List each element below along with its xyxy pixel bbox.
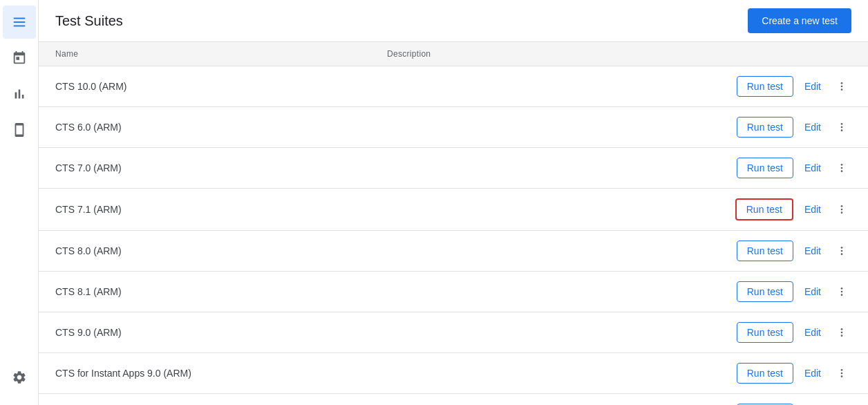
svg-point-12 bbox=[841, 205, 843, 207]
more-options-button[interactable] bbox=[832, 158, 851, 178]
sidebar-item-settings[interactable] bbox=[3, 361, 36, 394]
main-content: Test Suites Create a new test Name Descr… bbox=[39, 0, 868, 405]
svg-point-7 bbox=[841, 126, 843, 129]
more-vert-icon bbox=[836, 326, 847, 339]
svg-point-10 bbox=[841, 167, 843, 169]
column-header-name: Name bbox=[39, 42, 370, 66]
table-row: NOOPRun testEdit bbox=[39, 394, 868, 406]
cell-description bbox=[370, 107, 719, 148]
svg-point-21 bbox=[841, 328, 843, 330]
run-test-button[interactable]: Run test bbox=[735, 198, 793, 220]
more-options-button[interactable] bbox=[832, 77, 851, 96]
more-options-button[interactable] bbox=[832, 282, 851, 301]
action-buttons: Run testEdit bbox=[735, 117, 851, 138]
svg-point-8 bbox=[841, 129, 843, 131]
run-test-button[interactable]: Run test bbox=[737, 322, 793, 343]
edit-button[interactable]: Edit bbox=[799, 364, 827, 383]
svg-rect-0 bbox=[13, 18, 25, 19]
test-suites-table: Name Description CTS 10.0 (ARM)Run testE… bbox=[39, 42, 868, 405]
edit-button[interactable]: Edit bbox=[799, 117, 827, 137]
table-row: CTS 7.0 (ARM)Run testEdit bbox=[39, 148, 868, 189]
more-vert-icon bbox=[836, 367, 847, 379]
more-options-button[interactable] bbox=[832, 241, 851, 261]
more-options-button[interactable] bbox=[832, 364, 851, 383]
run-test-button[interactable]: Run test bbox=[737, 117, 793, 138]
phone-icon bbox=[12, 122, 27, 138]
run-test-button[interactable]: Run test bbox=[737, 158, 793, 178]
cell-actions: Run testEdit bbox=[719, 66, 868, 107]
more-vert-icon bbox=[836, 285, 847, 298]
cell-description bbox=[370, 66, 719, 107]
edit-button[interactable]: Edit bbox=[799, 200, 827, 219]
action-buttons: Run testEdit bbox=[735, 322, 851, 343]
cell-name: CTS 8.0 (ARM) bbox=[39, 231, 370, 272]
cell-name: CTS 10.0 (ARM) bbox=[39, 66, 370, 107]
cell-actions: Run testEdit bbox=[719, 231, 868, 272]
svg-point-18 bbox=[841, 288, 843, 290]
run-test-button[interactable]: Run test bbox=[737, 363, 793, 384]
more-vert-icon bbox=[836, 121, 847, 133]
more-options-button[interactable] bbox=[832, 200, 851, 219]
run-test-button[interactable]: Run test bbox=[737, 76, 793, 97]
cell-name: CTS 9.0 (ARM) bbox=[39, 312, 370, 353]
more-vert-icon bbox=[836, 80, 847, 93]
cell-name: CTS 6.0 (ARM) bbox=[39, 107, 370, 148]
action-buttons: Run testEdit bbox=[735, 76, 851, 97]
svg-point-3 bbox=[841, 82, 843, 84]
svg-point-26 bbox=[841, 375, 843, 377]
bar-chart-icon bbox=[12, 86, 27, 102]
more-options-button[interactable] bbox=[832, 323, 851, 342]
edit-button[interactable]: Edit bbox=[799, 323, 827, 342]
cell-actions: Run testEdit bbox=[719, 272, 868, 312]
edit-button[interactable]: Edit bbox=[799, 77, 827, 96]
action-buttons: Run testEdit bbox=[735, 241, 851, 261]
edit-button[interactable]: Edit bbox=[799, 158, 827, 178]
cell-description bbox=[370, 189, 719, 231]
cell-description bbox=[370, 394, 719, 406]
svg-rect-2 bbox=[13, 26, 25, 27]
more-vert-icon bbox=[836, 162, 847, 174]
gear-icon bbox=[12, 370, 27, 385]
table-row: CTS for Instant Apps 9.0 (ARM)Run testEd… bbox=[39, 353, 868, 394]
sidebar-item-device[interactable] bbox=[3, 113, 36, 147]
column-header-description: Description bbox=[370, 42, 719, 66]
svg-point-11 bbox=[841, 170, 843, 172]
svg-point-17 bbox=[841, 253, 843, 255]
action-buttons: Run testEdit bbox=[735, 198, 851, 220]
run-test-button[interactable]: Run test bbox=[737, 281, 793, 302]
sidebar-item-analytics[interactable] bbox=[3, 77, 36, 111]
cell-actions: Run testEdit bbox=[719, 189, 868, 231]
action-buttons: Run testEdit bbox=[735, 363, 851, 384]
cell-name: CTS 7.0 (ARM) bbox=[39, 148, 370, 189]
cell-description bbox=[370, 353, 719, 394]
svg-point-19 bbox=[841, 291, 843, 293]
sidebar-item-schedule[interactable] bbox=[3, 41, 36, 75]
cell-name: CTS for Instant Apps 9.0 (ARM) bbox=[39, 353, 370, 394]
run-test-button[interactable]: Run test bbox=[737, 241, 793, 261]
action-buttons: Run testEdit bbox=[735, 281, 851, 302]
svg-point-15 bbox=[841, 247, 843, 249]
table-row: CTS 8.1 (ARM)Run testEdit bbox=[39, 272, 868, 312]
more-vert-icon bbox=[836, 203, 847, 216]
page-title: Test Suites bbox=[55, 13, 123, 29]
cell-description bbox=[370, 312, 719, 353]
table-header: Name Description bbox=[39, 42, 868, 66]
svg-point-9 bbox=[841, 164, 843, 166]
table-row: CTS 9.0 (ARM)Run testEdit bbox=[39, 312, 868, 353]
cell-description bbox=[370, 231, 719, 272]
svg-point-5 bbox=[841, 88, 843, 91]
more-options-button[interactable] bbox=[832, 117, 851, 137]
svg-point-24 bbox=[841, 369, 843, 371]
create-new-test-button[interactable]: Create a new test bbox=[748, 8, 851, 33]
svg-point-23 bbox=[841, 335, 843, 337]
sidebar-item-test-suites[interactable] bbox=[3, 6, 36, 39]
more-vert-icon bbox=[836, 245, 847, 257]
cell-actions: Run testEdit bbox=[719, 353, 868, 394]
calendar-icon bbox=[12, 50, 27, 66]
cell-actions: Run testEdit bbox=[719, 312, 868, 353]
edit-button[interactable]: Edit bbox=[799, 241, 827, 261]
column-header-actions bbox=[719, 42, 868, 66]
cell-description bbox=[370, 148, 719, 189]
table-row: CTS 10.0 (ARM)Run testEdit bbox=[39, 66, 868, 107]
edit-button[interactable]: Edit bbox=[799, 282, 827, 301]
